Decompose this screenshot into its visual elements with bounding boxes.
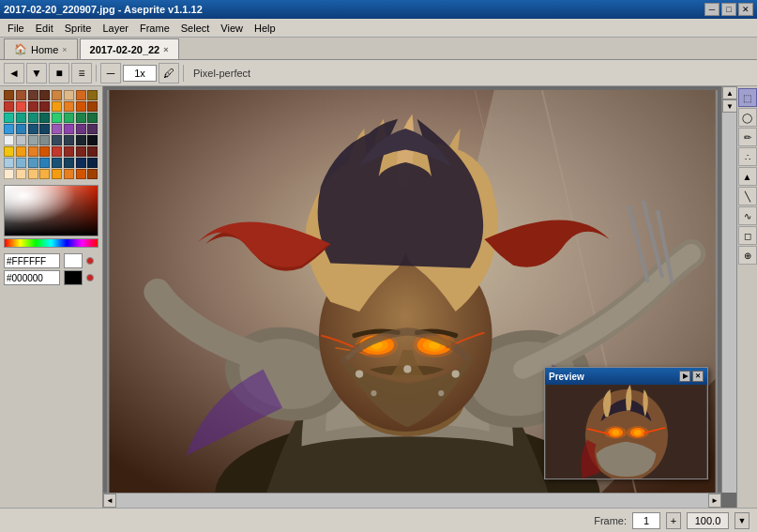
- color-cell[interactable]: [52, 113, 62, 123]
- fill-tool-btn[interactable]: ▲: [738, 167, 757, 186]
- close-btn[interactable]: ✕: [738, 3, 753, 16]
- color-cell[interactable]: [87, 124, 98, 134]
- minimize-btn[interactable]: ─: [704, 3, 719, 16]
- menu-frame[interactable]: Frame: [134, 21, 175, 36]
- color-cell[interactable]: [16, 169, 26, 179]
- curve-tool-btn[interactable]: ∿: [738, 206, 757, 225]
- color-cell[interactable]: [64, 113, 74, 123]
- color-cell[interactable]: [76, 101, 86, 112]
- color-cell[interactable]: [39, 135, 50, 145]
- home-tab-close[interactable]: ×: [62, 45, 67, 54]
- color-cell[interactable]: [76, 124, 86, 134]
- color-cell[interactable]: [64, 90, 74, 100]
- scroll-right-btn[interactable]: ►: [708, 494, 721, 508]
- eyedropper-tool-btn[interactable]: ⊕: [738, 246, 757, 265]
- color-cell[interactable]: [28, 169, 38, 179]
- color-cell[interactable]: [39, 90, 50, 100]
- fg-swatch[interactable]: [64, 253, 83, 268]
- marquee-tool-btn[interactable]: ⬚: [738, 88, 757, 107]
- color-cell[interactable]: [76, 135, 86, 145]
- color-cell[interactable]: [16, 158, 26, 168]
- color-cell[interactable]: [76, 169, 86, 179]
- color-cell[interactable]: [16, 113, 26, 123]
- color-cell[interactable]: [4, 158, 14, 168]
- menu-file[interactable]: File: [2, 21, 30, 36]
- color-cell[interactable]: [28, 113, 38, 123]
- color-cell[interactable]: [16, 135, 26, 145]
- minus-btn[interactable]: ─: [100, 63, 121, 84]
- color-cell[interactable]: [87, 101, 98, 112]
- frame-input[interactable]: [632, 512, 660, 529]
- color-cell[interactable]: [4, 101, 14, 112]
- color-cell[interactable]: [39, 146, 50, 157]
- color-cell[interactable]: [52, 101, 62, 112]
- lasso-tool-btn[interactable]: ◯: [738, 108, 757, 127]
- color-cell[interactable]: [87, 90, 98, 100]
- menu-layer[interactable]: Layer: [97, 21, 134, 36]
- color-cell[interactable]: [28, 135, 38, 145]
- color-cell[interactable]: [39, 101, 50, 112]
- line-tool-btn[interactable]: ╲: [738, 187, 757, 205]
- color-cell[interactable]: [4, 135, 14, 145]
- list-btn[interactable]: ≡: [71, 63, 92, 84]
- menu-view[interactable]: View: [215, 21, 249, 36]
- color-cell[interactable]: [28, 146, 38, 157]
- pencil-tool-btn[interactable]: ✏: [738, 128, 757, 146]
- menu-edit[interactable]: Edit: [30, 21, 59, 36]
- color-cell[interactable]: [52, 146, 62, 157]
- color-cell[interactable]: [52, 135, 62, 145]
- gradient-box[interactable]: [4, 185, 98, 236]
- color-cell[interactable]: [76, 146, 86, 157]
- stop-btn[interactable]: ■: [49, 63, 69, 84]
- color-cell[interactable]: [87, 158, 98, 168]
- canvas-area[interactable]: Preview ▶ ✕: [103, 86, 736, 508]
- color-cell[interactable]: [4, 113, 14, 123]
- color-cell[interactable]: [87, 113, 98, 123]
- tool-icon-btn[interactable]: 🖊: [159, 63, 179, 84]
- frame-add-btn[interactable]: +: [666, 512, 681, 529]
- color-cell[interactable]: [16, 124, 26, 134]
- color-cell[interactable]: [4, 146, 14, 157]
- document-tab-close[interactable]: ×: [163, 45, 168, 54]
- tab-document[interactable]: 2017-02-20_22 ×: [80, 38, 179, 59]
- color-cell[interactable]: [28, 101, 38, 112]
- scroll-left-btn[interactable]: ◄: [103, 494, 116, 508]
- color-cell[interactable]: [64, 146, 74, 157]
- spray-tool-btn[interactable]: ∴: [738, 147, 757, 166]
- tab-home[interactable]: 🏠 Home ×: [4, 38, 78, 59]
- color-cell[interactable]: [16, 101, 26, 112]
- color-cell[interactable]: [4, 90, 14, 100]
- color-cell[interactable]: [28, 158, 38, 168]
- color-cell[interactable]: [64, 101, 74, 112]
- bg-swatch[interactable]: [64, 270, 83, 285]
- color-cell[interactable]: [39, 124, 50, 134]
- back-btn[interactable]: ◄: [4, 63, 24, 84]
- color-cell[interactable]: [87, 169, 98, 179]
- color-cell[interactable]: [64, 169, 74, 179]
- color-cell[interactable]: [52, 90, 62, 100]
- color-cell[interactable]: [87, 146, 98, 157]
- scroll-up-btn[interactable]: ▲: [722, 86, 736, 99]
- color-cell[interactable]: [39, 113, 50, 123]
- color-cell[interactable]: [28, 90, 38, 100]
- v-scrollbar[interactable]: ▲ ▼: [721, 86, 736, 493]
- menu-select[interactable]: Select: [175, 21, 216, 36]
- zoom-dropdown-btn[interactable]: ▼: [734, 512, 749, 529]
- scroll-down-btn[interactable]: ▼: [722, 99, 736, 113]
- zoom-input[interactable]: [123, 65, 157, 82]
- color-cell[interactable]: [76, 158, 86, 168]
- color-cell[interactable]: [64, 158, 74, 168]
- color-cell[interactable]: [64, 135, 74, 145]
- color-cell[interactable]: [16, 90, 26, 100]
- color-cell[interactable]: [64, 124, 74, 134]
- color-cell[interactable]: [4, 124, 14, 134]
- color-cell[interactable]: [87, 135, 98, 145]
- preview-close-btn[interactable]: ✕: [692, 371, 704, 382]
- color-cell[interactable]: [28, 124, 38, 134]
- preview-play-btn[interactable]: ▶: [679, 371, 690, 382]
- color-cell[interactable]: [52, 124, 62, 134]
- maximize-btn[interactable]: □: [721, 3, 736, 16]
- color-cell[interactable]: [52, 158, 62, 168]
- menu-help[interactable]: Help: [249, 21, 281, 36]
- color-cell[interactable]: [4, 169, 14, 179]
